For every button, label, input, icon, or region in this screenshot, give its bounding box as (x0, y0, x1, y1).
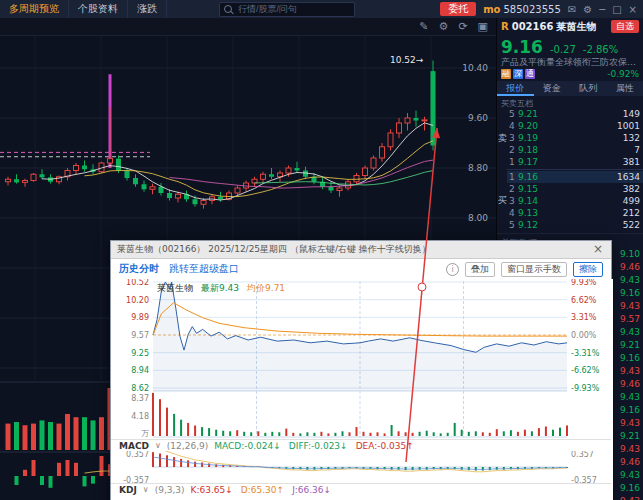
svg-text:10.20: 10.20 (126, 296, 149, 305)
popup-button[interactable]: 擦除 (573, 262, 603, 277)
super-orderbook-link[interactable]: 跳转至超级盘口 (169, 262, 239, 276)
svg-text:8.94: 8.94 (131, 366, 149, 375)
top-tabs: 多周期预览个股资料涨跌 (0, 0, 167, 18)
stock-badges: 融深通 (501, 69, 535, 79)
order-book-row[interactable]: 59.21149 (507, 108, 643, 120)
trading-app-window: 多周期预览个股资料涨跌 委托 mo 585023555 ✉⚙─□× ✎⚙⟳▣ 1… (0, 0, 643, 500)
tab-history-intraday[interactable]: 历史分时 (119, 262, 159, 276)
popup-close-button[interactable]: × (591, 242, 605, 257)
svg-text:0.357: 0.357 (126, 450, 149, 459)
popup-stock-name: 莱茵生物 (157, 282, 193, 295)
order-book-row[interactable]: 29.187 (507, 144, 643, 156)
last-price: 9.16 (501, 38, 543, 57)
minimize-icon[interactable]: ─ (599, 4, 605, 15)
top-bar: 多周期预览个股资料涨跌 委托 mo 585023555 ✉⚙─□× (0, 0, 643, 18)
order-book-row[interactable]: 39.14499 (507, 195, 643, 207)
top-tab[interactable]: 涨跌 (128, 0, 167, 18)
popup-button[interactable]: 窗口显示手数 (501, 262, 567, 277)
close-icon[interactable]: × (629, 4, 637, 15)
kdj-header[interactable]: KDJ ∨ (9,3,3) K:63.65↓D:65.30↑J:66.36↓ (111, 483, 611, 495)
popup-title: 莱茵生物（002166） 2025/12/25星期四 （鼠标左键/右键 操作十字… (117, 243, 431, 256)
search-icon (224, 5, 232, 13)
svg-text:8.37: 8.37 (131, 394, 149, 403)
chevron-down-icon[interactable]: ∨ (143, 485, 149, 494)
kdj-readout: K:63.65↓ (191, 485, 233, 495)
stock-badge: 深 (513, 69, 523, 79)
top-tab[interactable]: 多周期预览 (0, 0, 69, 18)
five-level-label: 买卖五档 (497, 96, 643, 108)
chart-tool-icons: ✎⚙⟳▣ (409, 20, 488, 33)
badges-row: 融深通 -0.92% (497, 68, 643, 80)
buy-side-label: 买 (498, 194, 507, 207)
quote-header: R 002166 莱茵生物 自选 (497, 18, 643, 35)
window-controls: ✉⚙─□× (568, 4, 637, 15)
account-info[interactable]: mo 585023555 (483, 4, 561, 15)
panel-tab[interactable]: 属性 (607, 81, 643, 96)
svg-text:6.62%: 6.62% (571, 296, 597, 305)
macd-readouts: MACD:-0.024↓DIFF:-0.023↓DEA:-0.035↑ (214, 441, 414, 451)
topbar-right: 委托 mo 585023555 ✉⚙─□× (440, 2, 643, 16)
settings-icon[interactable]: ⚙ (583, 4, 592, 15)
margin-flag: R (501, 21, 509, 32)
grid-icon[interactable]: ▣ (478, 20, 488, 33)
macd-readout: DEA:-0.035↑ (356, 441, 414, 451)
chevron-down-icon[interactable]: ∨ (155, 441, 161, 450)
macd-readout: MACD:-0.024↓ (214, 441, 281, 451)
price-change-pct: -2.86% (583, 43, 618, 57)
svg-text:0.357: 0.357 (571, 450, 594, 459)
svg-text:9.25: 9.25 (131, 349, 149, 358)
intraday-readout: 莱茵生物 最新9.43 均价9.71 (157, 282, 285, 295)
draw-icon[interactable]: ✎ (419, 20, 428, 33)
popup-toolbar: 历史分时 跳转至超级盘口 i 叠加窗口显示手数擦除 (111, 259, 611, 280)
latest-price-readout: 最新9.43 (201, 282, 239, 295)
order-entry-button[interactable]: 委托 (440, 2, 476, 16)
stock-badge: 融 (501, 69, 511, 79)
stock-name: 莱茵生物 (556, 20, 596, 34)
kdj-readout: J:66.36↓ (292, 485, 331, 495)
refresh-icon[interactable]: ⟳ (458, 20, 467, 33)
settings-icon[interactable]: ⚙ (439, 20, 449, 33)
kdj-label[interactable]: KDJ (119, 485, 137, 495)
message-icon[interactable]: ✉ (568, 4, 576, 15)
info-icon[interactable]: i (446, 263, 459, 276)
popup-buttons: 叠加窗口显示手数擦除 (465, 262, 603, 277)
add-watchlist-button[interactable]: 自选 (611, 20, 639, 33)
svg-text:-3.31%: -3.31% (571, 349, 600, 358)
order-book-row[interactable]: 29.15382 (507, 183, 643, 195)
order-book-row[interactable]: 59.12522 (507, 219, 643, 231)
svg-text:-9.93%: -9.93% (571, 384, 600, 393)
stock-badge: 通 (525, 69, 535, 79)
news-headline[interactable]: 产品及平衡量全球领衔三防农保级科技向前沿 (497, 57, 643, 68)
kdj-readout: D:65.30↑ (241, 485, 284, 495)
order-book-row[interactable]: 39.19132 (507, 132, 643, 144)
kdj-readouts: K:63.65↓D:65.30↑J:66.36↓ (191, 485, 332, 495)
order-book-row[interactable]: 49.201001 (507, 120, 643, 132)
history-intraday-popup: 莱茵生物（002166） 2025/12/25星期四 （鼠标左键/右键 操作十字… (110, 240, 612, 500)
maximize-icon[interactable]: □ (612, 4, 621, 15)
top-tab[interactable]: 个股资料 (69, 0, 128, 18)
macd-label[interactable]: MACD (119, 441, 149, 451)
panel-tab[interactable]: 队列 (570, 81, 607, 96)
order-book-rows: 59.21149 49.201001 39.19132 29.187 19.17… (507, 108, 643, 231)
avg-price-readout: 均价9.71 (247, 282, 285, 295)
svg-text:10.40: 10.40 (462, 63, 488, 73)
search-box[interactable] (219, 2, 355, 17)
intraday-chart[interactable]: 10.529.93%10.206.62%9.893.31%9.570.00%9.… (111, 279, 613, 500)
order-book-row[interactable]: 49.13212 (507, 207, 643, 219)
stock-code: 002166 (512, 21, 554, 32)
macd-readout: DIFF:-0.023↓ (289, 441, 348, 451)
panel-tab[interactable]: 报价 (497, 81, 534, 96)
panel-tabs: 报价资金队列属性 (497, 81, 643, 96)
svg-text:8.62: 8.62 (131, 384, 149, 393)
order-book-row[interactable]: 19.161634 (507, 171, 643, 183)
svg-text:0.00%: 0.00% (571, 331, 597, 340)
macd-header[interactable]: MACD ∨ (12,26,9) MACD:-0.024↓DIFF:-0.023… (111, 439, 611, 451)
price-row: 9.16 -0.27 -2.86% (497, 35, 643, 57)
order-book-row[interactable]: 19.17381 (507, 156, 643, 168)
popup-button[interactable]: 叠加 (465, 262, 495, 277)
panel-tab[interactable]: 资金 (534, 81, 571, 96)
popup-toolbar-right: i 叠加窗口显示手数擦除 (446, 262, 603, 277)
search-input[interactable] (236, 3, 350, 15)
svg-text:-6.62%: -6.62% (571, 366, 600, 375)
popup-title-bar[interactable]: 莱茵生物（002166） 2025/12/25星期四 （鼠标左键/右键 操作十字… (111, 241, 611, 259)
